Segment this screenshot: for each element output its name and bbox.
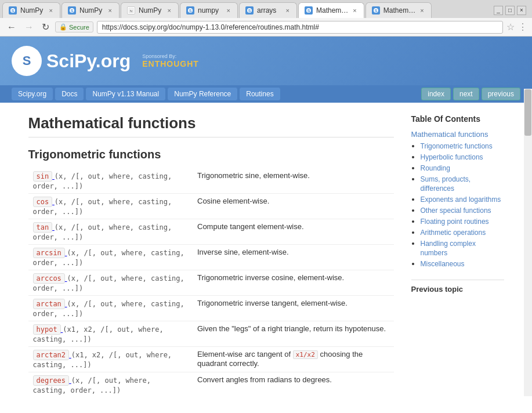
tab-label: Mathem… — [383, 6, 415, 15]
table-row: sin (x, /[, out, where, casting, order, … — [28, 168, 394, 194]
func-link-arccos[interactable]: arccos — [33, 274, 67, 282]
tab-numpy-1[interactable]: S NumPy × — [2, 2, 60, 18]
tab-close-btn[interactable]: × — [107, 7, 113, 14]
sponsor-area: Sponsored By: ENTHOUGHT — [142, 53, 199, 68]
tab-close-btn[interactable]: × — [226, 7, 231, 14]
func-name-degrees: degrees — [33, 375, 70, 386]
breadcrumb-nav: Scipy.org Docs NumPy v1.13 Manual NumPy … — [0, 85, 532, 103]
breadcrumb-docs[interactable]: Docs — [55, 88, 84, 100]
menu-icon[interactable]: ⋮ — [518, 21, 527, 32]
func-name-arctan: arctan — [33, 299, 65, 309]
index-button[interactable]: index — [421, 88, 451, 100]
tab-close-btn[interactable]: × — [419, 7, 425, 14]
func-link-arctan[interactable]: arctan — [33, 299, 67, 308]
page-area: S SciPy.org Sponsored By: ENTHOUGHT Scip… — [0, 37, 532, 396]
tab-numpy-3[interactable]: N NumPy × — [121, 2, 179, 18]
scrollbar-track[interactable] — [524, 89, 532, 396]
toc-exponents-link[interactable]: Exponents and logarithms — [421, 195, 501, 204]
table-row: arctan (x, /[, out, where, casting, orde… — [28, 296, 394, 321]
toc-sums-link[interactable]: Sums, products, differences — [421, 175, 471, 193]
tab-close-btn[interactable]: × — [167, 7, 172, 14]
prev-topic-label: Previous topic — [411, 285, 504, 294]
func-desc-tan: Compute tangent element-wise. — [193, 219, 394, 245]
func-link-arcsin[interactable]: arcsin — [33, 248, 67, 257]
tab-favicon: N — [127, 6, 135, 15]
scipy-logo: S SciPy.org — [12, 46, 131, 76]
svg-text:N: N — [130, 9, 132, 13]
list-item: Arithmetic operations — [421, 227, 504, 237]
toc-floating-link[interactable]: Floating point routines — [421, 218, 489, 226]
next-button[interactable]: next — [453, 88, 479, 100]
func-link-cos[interactable]: cos — [33, 197, 55, 206]
tab-close-btn[interactable]: × — [352, 7, 357, 14]
list-item: Miscellaneous — [421, 259, 504, 268]
func-link-sin[interactable]: sin — [33, 172, 55, 180]
func-link-hypot[interactable]: hypot — [33, 325, 63, 334]
tab-label: NumPy — [20, 6, 45, 15]
page-scroll-area[interactable]: S SciPy.org Sponsored By: ENTHOUGHT Scip… — [0, 37, 532, 396]
func-link-tan[interactable]: tan — [33, 223, 55, 231]
browser-chrome: S NumPy × S NumPy × N NumPy — [0, 0, 532, 37]
minimize-button[interactable]: _ — [494, 6, 503, 15]
tab-favicon: S — [305, 6, 313, 15]
logo-letter: S — [23, 53, 31, 68]
scrollbar-thumb[interactable] — [524, 89, 531, 136]
tab-close-btn[interactable]: × — [48, 7, 54, 14]
breadcrumb-routines[interactable]: Routines — [240, 88, 280, 100]
tab-favicon: S — [9, 6, 17, 15]
tab-favicon: S — [186, 6, 194, 15]
previous-button[interactable]: previous — [482, 88, 520, 100]
tab-label: numpy — [198, 6, 222, 15]
tab-label: NumPy — [139, 6, 163, 15]
svg-text:S: S — [374, 9, 377, 13]
tab-math-active[interactable]: S Mathem… × — [298, 2, 364, 18]
toc-math-functions-link[interactable]: Mathematical functions — [411, 130, 488, 139]
toc-arithmetic-link[interactable]: Arithmetic operations — [421, 229, 486, 237]
tab-numpy-2[interactable]: S NumPy × — [61, 2, 120, 18]
address-input[interactable] — [97, 21, 503, 34]
site-header: S SciPy.org Sponsored By: ENTHOUGHT — [0, 37, 532, 85]
func-desc-arctan: Trigonometric inverse tangent, element-w… — [193, 296, 394, 321]
breadcrumb-manual[interactable]: NumPy v1.13 Manual — [86, 88, 165, 100]
bookmark-star-icon[interactable]: ☆ — [506, 21, 515, 32]
tab-math-2[interactable]: S Mathem… × — [365, 2, 432, 18]
breadcrumb-reference[interactable]: NumPy Reference — [168, 88, 237, 100]
list-item: Hyperbolic functions — [421, 152, 504, 161]
func-name-cos: cos — [33, 197, 53, 207]
table-row: arcsin (x, /[, out, where, casting, orde… — [28, 245, 394, 270]
func-desc-sin: Trigonometric sine, element-wise. — [193, 168, 394, 194]
tab-favicon: S — [372, 6, 380, 15]
toc-trig-link[interactable]: Trigonometric functions — [421, 142, 493, 150]
site-name: SciPy.org — [46, 50, 131, 72]
toc-misc-link[interactable]: Miscellaneous — [421, 260, 465, 268]
close-button[interactable]: × — [517, 6, 526, 15]
func-link-degrees[interactable]: degrees — [33, 376, 71, 385]
toc-other-link[interactable]: Other special functions — [421, 206, 491, 215]
back-button[interactable]: ← — [5, 21, 19, 34]
address-bar-row: ← → ↻ 🔒 Secure ☆ ⋮ — [0, 18, 532, 37]
toc-complex-link[interactable]: Handling complex numbers — [421, 240, 476, 257]
maximize-button[interactable]: □ — [505, 6, 515, 15]
func-desc-arccos: Trigonometric inverse cosine, element-wi… — [193, 270, 394, 296]
func-link-arctan2[interactable]: arctan2 — [33, 350, 71, 359]
list-item: Trigonometric functions — [421, 141, 504, 150]
tab-arrays[interactable]: S arrays × — [239, 2, 297, 18]
lock-icon: 🔒 — [59, 23, 67, 31]
tab-numpy-4[interactable]: S numpy × — [180, 2, 238, 18]
func-desc-cos: Cosine element-wise. — [193, 194, 394, 219]
toc-sub-list: Trigonometric functions Hyperbolic funct… — [411, 141, 504, 268]
toc-hyperbolic-link[interactable]: Hyperbolic functions — [421, 153, 483, 161]
code-x1x2: x1/x2 — [293, 350, 318, 359]
tab-close-btn[interactable]: × — [285, 7, 291, 14]
svg-text:S: S — [189, 9, 192, 13]
breadcrumb-left: Scipy.org Docs NumPy v1.13 Manual NumPy … — [12, 88, 280, 100]
table-row: degrees (x, /[, out, where, casting, ord… — [28, 372, 394, 397]
refresh-button[interactable]: ↻ — [39, 20, 52, 34]
forward-button[interactable]: → — [22, 21, 36, 34]
tab-label: NumPy — [79, 6, 104, 15]
breadcrumb-right: index next previous — [421, 88, 520, 100]
func-desc-hypot: Given the "legs" of a right triangle, re… — [193, 321, 394, 347]
toc-rounding-link[interactable]: Rounding — [421, 164, 450, 172]
func-name-tan: tan — [33, 222, 53, 233]
breadcrumb-scipy[interactable]: Scipy.org — [12, 88, 53, 100]
